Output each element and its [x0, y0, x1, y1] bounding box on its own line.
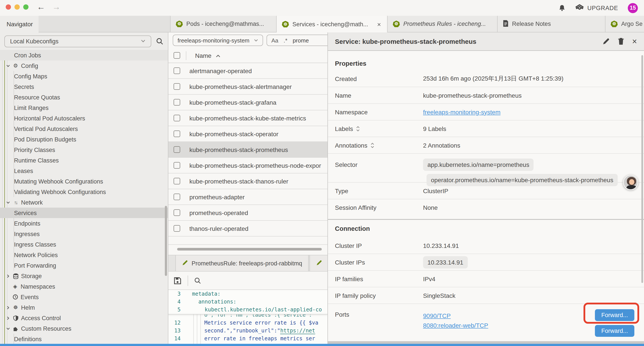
port-link[interactable]: 9090/TCP: [423, 312, 451, 319]
tab-pods[interactable]: ☸ Pods - icecheng@mathmas...: [170, 16, 276, 32]
sidebar-item-access-control[interactable]: Access Control: [0, 313, 168, 323]
row-checkbox[interactable]: [174, 178, 180, 184]
match-case-icon[interactable]: Aa: [271, 37, 278, 43]
sidebar-item-vertical-pod-autoscalers[interactable]: Vertical Pod Autoscalers: [0, 123, 168, 134]
close-icon[interactable]: ×: [632, 37, 637, 45]
row-checkbox[interactable]: [174, 67, 180, 74]
sidebar-item-pod-disruption-budgets[interactable]: Pod Disruption Budgets: [0, 134, 168, 145]
editor-line: 12Metrics service error rate is {{ $va: [168, 319, 328, 327]
sidebar-item-config[interactable]: ⚙ Config: [0, 60, 168, 71]
tab-services[interactable]: ☸ Services - icecheng@math... ×: [276, 16, 387, 32]
sidebar-item-endpoints[interactable]: Endpoints: [0, 218, 168, 229]
table-row[interactable]: kube-prometheus-stack-alertmanager: [168, 79, 328, 95]
sidebar-item-limit-ranges[interactable]: Limit Ranges: [0, 102, 168, 113]
sidebar-item-validating-webhook-configurations[interactable]: Validating Webhook Configurations: [0, 187, 168, 197]
row-checkbox[interactable]: [174, 99, 180, 106]
sidebar-item-ingress-classes[interactable]: Ingress Classes: [0, 239, 168, 250]
namespace-selector[interactable]: freeleaps-monitoring-system: [173, 34, 263, 46]
toolbar-divider: [188, 275, 188, 286]
editor-tab-partial[interactable]: [310, 255, 328, 271]
sidebar-item-port-forwarding[interactable]: Port Forwarding: [0, 260, 168, 271]
navigator-scrollbar[interactable]: [165, 206, 167, 276]
save-icon[interactable]: [174, 277, 182, 285]
select-all-checkbox[interactable]: [174, 52, 180, 59]
row-checkbox[interactable]: [174, 115, 180, 121]
url-link[interactable]: https://net: [280, 328, 315, 334]
sidebar-item-network-policies[interactable]: Network Policies: [0, 250, 168, 260]
row-checkbox[interactable]: [174, 225, 180, 232]
sidebar-item-storage[interactable]: Storage: [0, 271, 168, 281]
sidebar-item-horizontal-pod-autoscalers[interactable]: Horizontal Pod Autoscalers: [0, 113, 168, 123]
table-row[interactable]: kube-prometheus-stack-operator: [168, 126, 328, 142]
table-row-selected[interactable]: kube-prometheus-stack-prometheus: [168, 142, 328, 158]
back-icon[interactable]: ←: [37, 2, 45, 12]
search-icon[interactable]: [156, 37, 164, 45]
forward-icon[interactable]: →: [52, 2, 60, 12]
sidebar-item-secrets[interactable]: Secrets: [0, 81, 168, 92]
regex-icon[interactable]: .*: [284, 37, 287, 43]
row-checkbox[interactable]: [174, 209, 180, 216]
horizontal-scrollbar[interactable]: [177, 248, 322, 251]
trash-icon[interactable]: [618, 38, 624, 45]
table-row[interactable]: kube-prometheus-stack-prometheus-node-ex…: [168, 158, 328, 173]
sidebar-item-mutating-webhook-configurations[interactable]: Mutating Webhook Configurations: [0, 176, 168, 187]
kubeconfig-selector[interactable]: Local Kubeconfigs: [4, 35, 151, 47]
close-window-button[interactable]: [6, 4, 11, 10]
sidebar-item-ingresses[interactable]: Ingresses: [0, 229, 168, 239]
search-input[interactable]: Aa .* prome: [266, 34, 328, 46]
sidebar-item-leases[interactable]: Leases: [0, 166, 168, 176]
tab-argo[interactable]: ☸ Argo Se: [605, 16, 644, 32]
row-checkbox[interactable]: [174, 83, 180, 90]
sidebar-item-runtime-classes[interactable]: Runtime Classes: [0, 155, 168, 166]
sidebar-item-events[interactable]: Events: [0, 292, 168, 302]
bell-icon[interactable]: [558, 4, 565, 11]
row-checkbox[interactable]: [174, 146, 180, 153]
table-row[interactable]: kube-prometheus-stack-kube-state-metrics: [168, 110, 328, 126]
editor-line: 14error rate in freeleaps metrics ser: [168, 335, 328, 343]
row-checkbox[interactable]: [174, 130, 180, 137]
sidebar-item-config-maps[interactable]: Config Maps: [0, 71, 168, 81]
document-icon: [503, 20, 508, 28]
sidebar-item-priority-classes[interactable]: Priority Classes: [0, 145, 168, 155]
editor-tab-prometheusrule[interactable]: PrometheusRule: freeleaps-prod-rabbitmq: [175, 255, 309, 271]
expander-icon[interactable]: [356, 125, 360, 132]
expander-icon[interactable]: [370, 142, 374, 148]
sidebar-item-custom-resources[interactable]: Custom Resources: [0, 323, 168, 334]
table-row[interactable]: kube-prometheus-stack-grafana: [168, 95, 328, 110]
sidebar-item-definitions[interactable]: Definitions: [0, 334, 168, 344]
property-row-namespace: Namespace freeleaps-monitoring-system: [328, 104, 644, 120]
tab-release-notes[interactable]: Release Notes: [497, 16, 605, 32]
drawer-scrollbar[interactable]: [641, 55, 643, 283]
column-header-name[interactable]: Name: [195, 52, 221, 59]
sidebar-item-services[interactable]: Services: [0, 208, 168, 218]
upgrade-button[interactable]: UPGRADE: [575, 4, 618, 12]
layers-icon: ◈: [12, 283, 18, 290]
tab-close-icon[interactable]: ×: [376, 20, 382, 28]
notification-badge[interactable]: 15: [628, 3, 638, 13]
row-checkbox[interactable]: [174, 194, 180, 200]
forward-button[interactable]: Forward...: [595, 325, 634, 337]
editor-search-icon[interactable]: [194, 277, 201, 284]
tab-prometheus-rules[interactable]: ☸ Prometheus Rules - icecheng...: [387, 16, 497, 32]
table-row[interactable]: kube-prometheus-stack-thanos-ruler: [168, 173, 328, 189]
sidebar-item-namespaces[interactable]: ◈ Namespaces: [0, 281, 168, 292]
table-row[interactable]: alertmanager-operated: [168, 63, 328, 79]
user-avatar[interactable]: [623, 175, 638, 190]
yaml-editor[interactable]: 3metadata: 4 annotations: 5 kubectl.kube…: [168, 290, 328, 346]
table-row[interactable]: prometheus-adapter: [168, 189, 328, 205]
sidebar-item-network[interactable]: ↑↓ Network: [0, 197, 168, 208]
row-checkbox[interactable]: [174, 162, 180, 169]
table-row[interactable]: prometheus-operated: [168, 205, 328, 221]
namespace-link[interactable]: freeleaps-monitoring-system: [423, 108, 500, 115]
edit-icon[interactable]: [602, 38, 610, 45]
table-row[interactable]: thanos-ruler-operated: [168, 221, 328, 237]
app-window: ← → UPGRADE 15 Navigator ☸ Pods - iceche: [0, 0, 644, 346]
zoom-window-button[interactable]: [23, 4, 28, 10]
sidebar-item-cron-jobs[interactable]: Cron Jobs: [0, 50, 168, 60]
sidebar-item-resource-quotas[interactable]: Resource Quotas: [0, 92, 168, 102]
minimize-window-button[interactable]: [14, 4, 20, 10]
property-row-created: Created 253d 16h 6m ago (2025年1月13日 GMT+…: [328, 70, 644, 87]
tab-navigator[interactable]: Navigator: [0, 16, 38, 32]
port-link[interactable]: 8080:reloader-web/TCP: [423, 322, 488, 329]
sidebar-item-helm[interactable]: ☸ Helm: [0, 302, 168, 313]
